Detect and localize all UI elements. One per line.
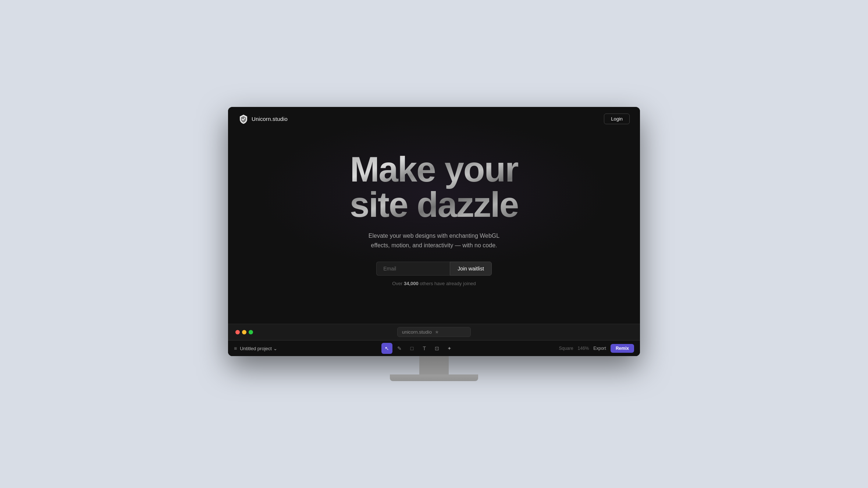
url-bar-row: unicorn.studio ★	[228, 324, 640, 340]
hero-subtitle: Elevate your web designs with enchanting…	[364, 231, 504, 250]
text-icon: T	[423, 345, 426, 351]
logo-icon	[238, 114, 249, 124]
zoom-label: 146%	[578, 346, 589, 351]
toolbar: ≡ Untitled project ⌄ ↖ ✎ □	[228, 340, 640, 356]
traffic-light-red[interactable]	[235, 330, 240, 334]
shape-label: Square	[559, 346, 573, 351]
app-logo: Unicorn.studio	[238, 114, 288, 124]
project-name-label: Untitled project	[240, 346, 272, 351]
shapes-icon: ✦	[447, 345, 452, 351]
url-star-icon: ★	[435, 329, 439, 335]
remix-button[interactable]: Remix	[611, 344, 634, 353]
monitor-stand-base	[390, 374, 478, 381]
email-input[interactable]	[376, 262, 450, 276]
monitor-stand-neck	[419, 356, 449, 374]
project-name-button[interactable]: Untitled project ⌄	[240, 346, 277, 351]
rect-tool-button[interactable]: □	[406, 343, 417, 354]
hero-section: Make your site dazzle Elevate your web d…	[228, 107, 640, 324]
pen-icon: ✎	[397, 345, 402, 351]
hero-title-line2: site dazzle	[350, 185, 518, 224]
text-tool-button[interactable]: T	[419, 343, 430, 354]
toolbar-tools: ↖ ✎ □ T ⊡ ✦	[381, 343, 455, 354]
bottom-area: unicorn.studio ★ ≡ Untitled project ⌄ ↖	[228, 324, 640, 356]
rect-icon: □	[410, 345, 413, 351]
cursor-icon: ↖	[385, 345, 389, 351]
social-proof-prefix: Over	[392, 281, 404, 286]
toolbar-right: Square 146% Export Remix	[559, 344, 634, 353]
hero-title: Make your site dazzle	[350, 152, 518, 222]
traffic-lights	[235, 330, 253, 334]
monitor-screen: Unicorn.studio Login Make your site dazz…	[228, 107, 640, 356]
social-proof-count: 34,000	[404, 281, 419, 286]
url-bar[interactable]: unicorn.studio ★	[397, 327, 471, 337]
login-button[interactable]: Login	[604, 114, 630, 124]
image-icon: ⊡	[435, 345, 439, 351]
social-proof: Over 34,000 others have already joined	[392, 281, 476, 286]
monitor-wrapper: Unicorn.studio Login Make your site dazz…	[0, 107, 868, 381]
toolbar-left: ≡ Untitled project ⌄	[234, 345, 277, 351]
traffic-light-green[interactable]	[249, 330, 253, 334]
menu-icon[interactable]: ≡	[234, 345, 237, 351]
app-header: Unicorn.studio Login	[228, 107, 640, 131]
cursor-tool-button[interactable]: ↖	[381, 343, 392, 354]
hero-title-line1: Make your	[350, 150, 518, 189]
image-tool-button[interactable]: ⊡	[431, 343, 442, 354]
export-button[interactable]: Export	[593, 346, 606, 351]
shapes-tool-button[interactable]: ✦	[444, 343, 455, 354]
social-proof-suffix: others have already joined	[419, 281, 476, 286]
join-waitlist-button[interactable]: Join waitlist	[450, 262, 492, 276]
logo-text: Unicorn.studio	[252, 116, 288, 122]
email-form: Join waitlist	[376, 262, 492, 276]
traffic-light-yellow[interactable]	[242, 330, 246, 334]
chevron-down-icon: ⌄	[273, 346, 277, 351]
url-text: unicorn.studio	[402, 329, 432, 335]
pen-tool-button[interactable]: ✎	[394, 343, 405, 354]
